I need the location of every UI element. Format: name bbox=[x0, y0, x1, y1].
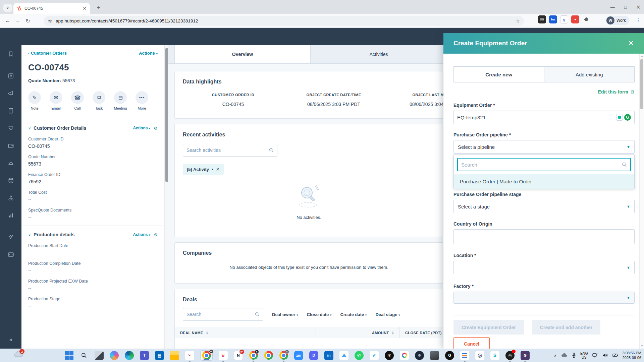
activity-filter-chip[interactable]: (5) Activity ▾ ✕ bbox=[183, 164, 224, 175]
call-button[interactable]: ☎Call bbox=[71, 91, 84, 110]
photos-icon[interactable] bbox=[339, 351, 348, 360]
sidebar-item-data[interactable] bbox=[0, 172, 21, 189]
site-info-icon[interactable] bbox=[48, 19, 52, 23]
sidebar-item-reporting[interactable] bbox=[0, 206, 21, 224]
extension-red-icon[interactable]: ● bbox=[571, 15, 579, 23]
email-button[interactable]: ✉Email bbox=[50, 91, 62, 110]
language-indicator[interactable]: ENGUS bbox=[580, 351, 588, 359]
sidebar-item-commerce[interactable] bbox=[0, 137, 21, 154]
tab-activities[interactable]: Activities bbox=[311, 45, 447, 63]
logitech-g-icon[interactable]: G bbox=[445, 351, 454, 360]
window-maximize-button[interactable]: □ bbox=[624, 5, 627, 10]
sidebar-item-content[interactable] bbox=[0, 102, 21, 119]
target-app-icon[interactable]: ◎ bbox=[475, 351, 484, 360]
sidebar-item-marketing[interactable] bbox=[0, 84, 21, 102]
chrome-profile-4-icon[interactable]: ● bbox=[279, 351, 288, 360]
zoom-icon[interactable]: zm bbox=[294, 351, 303, 360]
chatgpt-icon[interactable]: ✻ bbox=[385, 351, 394, 360]
bookmark-star-icon[interactable]: ☆ bbox=[516, 18, 520, 24]
sidebar-item-developer[interactable] bbox=[0, 246, 21, 263]
browser-profile-chip[interactable]: W Work bbox=[606, 16, 629, 25]
steam-icon[interactable]: ⚙ bbox=[415, 351, 424, 360]
surfshark-icon[interactable]: S bbox=[490, 351, 499, 360]
filter-close-date[interactable]: Close date ▾ bbox=[307, 312, 332, 317]
reload-button[interactable]: ↻ bbox=[23, 18, 33, 24]
volume-icon[interactable] bbox=[602, 353, 608, 358]
panel-scrollbar[interactable]: ▲ ▼ bbox=[639, 54, 644, 349]
calculator-icon[interactable]: ▦ bbox=[155, 351, 164, 360]
production-actions-dropdown[interactable]: Actions ▾ bbox=[133, 232, 150, 237]
forward-button[interactable]: → bbox=[13, 18, 23, 24]
task-view-button[interactable] bbox=[95, 351, 104, 360]
column-amount[interactable]: AMOUNT▲▼ bbox=[316, 327, 399, 338]
sidebar-item-service[interactable] bbox=[0, 154, 21, 172]
gimp-icon[interactable]: G bbox=[521, 351, 530, 360]
sort-icons[interactable]: ▲▼ bbox=[206, 331, 208, 335]
sidebar-item-automations[interactable] bbox=[0, 189, 21, 206]
sidebar-item-bookmarks[interactable] bbox=[0, 45, 21, 63]
factory-select[interactable]: ▼ bbox=[453, 292, 635, 304]
microphone-icon[interactable] bbox=[572, 353, 576, 358]
column-close-date[interactable]: CLOSE DATE (PDT) bbox=[399, 327, 443, 338]
create-and-add-another-button[interactable]: Create and add another bbox=[532, 320, 600, 335]
gear-icon[interactable]: ⚙ bbox=[154, 232, 158, 237]
whatsapp-icon[interactable]: ✆ bbox=[355, 351, 364, 360]
search-activities-input[interactable] bbox=[183, 144, 277, 157]
create-equipment-order-button[interactable]: Create Equipment Order bbox=[453, 320, 524, 335]
equipment-order-input[interactable]: G bbox=[453, 111, 635, 124]
deals-search-input[interactable] bbox=[183, 308, 263, 321]
edge-icon[interactable] bbox=[125, 351, 134, 360]
battery-icon[interactable] bbox=[612, 353, 618, 358]
filter-create-date[interactable]: Create date ▾ bbox=[340, 312, 367, 317]
snipping-tool-icon[interactable]: ✂ bbox=[185, 351, 194, 360]
check-app-icon[interactable]: ✔ bbox=[370, 351, 379, 360]
obs-icon[interactable]: ◎ bbox=[505, 351, 515, 360]
window-close-button[interactable]: ✕ bbox=[636, 4, 641, 10]
dropdown-option-purchase-order[interactable]: Purchase Order | Made to Order bbox=[454, 174, 634, 189]
sidebar-item-crm[interactable] bbox=[0, 67, 21, 84]
back-to-customer-orders-link[interactable]: ‹ Customer Orders bbox=[28, 51, 67, 56]
tab-create-new[interactable]: Create new bbox=[454, 67, 544, 82]
linkedin-icon[interactable]: in bbox=[324, 351, 333, 360]
slack-icon[interactable]: # bbox=[219, 351, 228, 360]
extension-g-icon[interactable]: g bbox=[560, 15, 568, 23]
avatar-app-icon[interactable] bbox=[430, 351, 439, 360]
extensions-puzzle-icon[interactable] bbox=[582, 15, 590, 23]
panel-close-icon[interactable]: ✕ bbox=[628, 39, 634, 47]
meeting-button[interactable]: Meeting bbox=[114, 91, 127, 110]
chrome-profile-2-icon[interactable]: ● bbox=[249, 351, 258, 360]
start-button[interactable] bbox=[64, 351, 73, 360]
window-minimize-button[interactable]: — bbox=[610, 5, 615, 10]
taskbar-search-button[interactable] bbox=[79, 351, 89, 360]
location-select[interactable]: ▼ bbox=[453, 261, 635, 274]
tab-close-icon[interactable]: ✕ bbox=[83, 6, 87, 11]
sidebar-expand-button[interactable] bbox=[0, 331, 21, 349]
stage-select[interactable]: Select a stage ▼ bbox=[453, 200, 635, 213]
discord-icon[interactable]: D bbox=[309, 351, 318, 360]
tray-onedrive-icon[interactable] bbox=[561, 353, 568, 358]
extension-keyboard-icon[interactable]: ⌨ bbox=[538, 15, 546, 23]
notion-icon[interactable]: N9+ bbox=[234, 351, 243, 360]
gear-icon[interactable]: ⚙ bbox=[154, 126, 158, 131]
more-button[interactable]: •••More bbox=[136, 91, 148, 110]
edit-this-form-link[interactable]: Edit this form bbox=[598, 89, 635, 95]
hubspot-ai-icon[interactable] bbox=[616, 114, 623, 121]
details-actions-dropdown[interactable]: Actions ▾ bbox=[133, 126, 150, 130]
stripes-app-icon[interactable] bbox=[460, 351, 469, 360]
pipeline-select[interactable]: Select a pipeline ▼ bbox=[453, 140, 635, 154]
network-icon[interactable] bbox=[592, 353, 598, 358]
record-scrollbar[interactable] bbox=[164, 45, 168, 349]
clock[interactable]: 3:08:56 PM2025-08-06 bbox=[623, 351, 641, 360]
chrome-profile-3-icon[interactable] bbox=[264, 351, 273, 360]
browser-menu-icon[interactable]: ⋮ bbox=[636, 17, 641, 23]
teams-icon[interactable]: T bbox=[140, 351, 149, 360]
address-bar[interactable]: app.hubspot.com/contacts/45016779/record… bbox=[44, 16, 524, 26]
collapse-chevron-icon[interactable]: ∨ bbox=[28, 233, 31, 237]
grammarly-icon[interactable]: G bbox=[624, 114, 631, 121]
color-ring-app-icon[interactable] bbox=[400, 351, 409, 360]
tray-expand-icon[interactable]: ∧ bbox=[554, 354, 556, 357]
sidebar-item-ai[interactable] bbox=[0, 228, 21, 246]
dropdown-search-input[interactable] bbox=[457, 158, 631, 171]
remove-filter-icon[interactable]: ✕ bbox=[216, 167, 220, 172]
file-explorer-icon[interactable] bbox=[170, 351, 179, 360]
